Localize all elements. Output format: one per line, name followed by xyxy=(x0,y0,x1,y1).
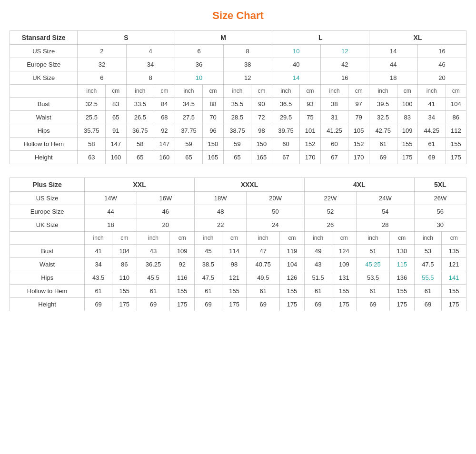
waist-2: 26.5 xyxy=(126,111,154,124)
hips-1: 91 xyxy=(106,124,126,138)
plus-us-0: 14W xyxy=(85,192,137,205)
plus-hips-11: 136 xyxy=(389,271,414,285)
l-header: L xyxy=(272,31,369,45)
waist-1: 65 xyxy=(106,111,126,124)
plus-waist-row: Waist 34 86 36.25 92 38.5 98 40.75 104 4… xyxy=(10,258,466,271)
unit-14: inch xyxy=(417,85,446,98)
us-m2: 8 xyxy=(223,45,272,58)
us-xl1: 14 xyxy=(369,45,417,58)
plus-bust-12: 53 xyxy=(414,245,442,258)
height-10: 67 xyxy=(320,151,348,164)
height-13: 175 xyxy=(397,151,417,164)
unit-3: cm xyxy=(154,85,175,98)
plus-uk-0: 18 xyxy=(85,218,137,232)
plus-height-8: 69 xyxy=(304,298,332,311)
plus-waist-12: 47.5 xyxy=(414,258,442,271)
plus-uk-label: UK Size xyxy=(10,218,85,232)
plus-us-2: 18W xyxy=(195,192,247,205)
uk-m1: 10 xyxy=(175,71,223,85)
plus-hollow-10: 61 xyxy=(357,285,390,298)
hips-6: 38.75 xyxy=(223,124,251,138)
plus-bust-6: 47 xyxy=(247,245,280,258)
plus-uk-5: 28 xyxy=(357,218,414,232)
plus-bust-10: 51 xyxy=(357,245,390,258)
bust-12: 39.5 xyxy=(369,98,397,111)
plus-height-10: 69 xyxy=(357,298,390,311)
plus-hollow-8: 61 xyxy=(304,285,332,298)
plus-hips-1: 110 xyxy=(112,271,137,285)
uk-m2: 12 xyxy=(223,71,272,85)
plus-height-1: 175 xyxy=(112,298,137,311)
plus-bust-label: Bust xyxy=(10,245,85,258)
hollow-14: 61 xyxy=(417,138,446,151)
bust-9: 93 xyxy=(300,98,320,111)
plus-hips-9: 131 xyxy=(332,271,357,285)
plus-hips-2: 45.5 xyxy=(137,271,170,285)
plus-us-size-row: US Size 14W 16W 18W 20W 22W 24W 26W xyxy=(10,192,466,205)
bust-13: 100 xyxy=(397,98,417,111)
uk-xl1: 18 xyxy=(369,71,417,85)
hollow-6: 59 xyxy=(223,138,251,151)
unit-1: cm xyxy=(106,85,126,98)
hollow-1: 147 xyxy=(106,138,126,151)
plus-waist-6: 40.75 xyxy=(247,258,280,271)
plus-waist-7: 104 xyxy=(280,258,305,271)
hips-9: 101 xyxy=(300,124,320,138)
hollow-4: 59 xyxy=(175,138,203,151)
plus-waist-13: 121 xyxy=(442,258,466,271)
plus-eu-5: 54 xyxy=(357,205,414,218)
plus-bust-9: 124 xyxy=(332,245,357,258)
plus-height-7: 175 xyxy=(280,298,305,311)
plus-hips-6: 49.5 xyxy=(247,271,280,285)
plus-hips-13: 141 xyxy=(442,271,466,285)
height-11: 170 xyxy=(348,151,369,164)
s-header: S xyxy=(78,31,175,45)
waist-7: 72 xyxy=(251,111,272,124)
plus-unit-1: cm xyxy=(112,232,137,245)
waist-11: 79 xyxy=(348,111,369,124)
plus-unit-5: cm xyxy=(222,232,247,245)
hips-0: 35.75 xyxy=(78,124,106,138)
unit-4: inch xyxy=(175,85,203,98)
us-l2: 12 xyxy=(320,45,369,58)
unit-15: cm xyxy=(446,85,466,98)
unit-13: cm xyxy=(397,85,417,98)
plus-eu-3: 50 xyxy=(247,205,304,218)
plus-waist-9: 109 xyxy=(332,258,357,271)
plus-height-5: 175 xyxy=(222,298,247,311)
height-7: 165 xyxy=(251,151,272,164)
plus-hollow-2: 61 xyxy=(137,285,170,298)
bust-4: 34.5 xyxy=(175,98,203,111)
waist-label: Waist xyxy=(10,111,78,124)
plus-waist-4: 38.5 xyxy=(195,258,222,271)
plus-hollow-9: 155 xyxy=(332,285,357,298)
us-s1: 2 xyxy=(78,45,126,58)
plus-us-6: 26W xyxy=(414,192,466,205)
plus-eu-6: 56 xyxy=(414,205,466,218)
height-2: 65 xyxy=(126,151,154,164)
bust-0: 32.5 xyxy=(78,98,106,111)
hollow-15: 155 xyxy=(446,138,466,151)
unit-label-empty xyxy=(10,85,78,98)
waist-3: 68 xyxy=(154,111,175,124)
plus-bust-7: 119 xyxy=(280,245,305,258)
us-s2: 4 xyxy=(126,45,175,58)
plus-unit-0: inch xyxy=(85,232,112,245)
plus-hollow-4: 61 xyxy=(195,285,222,298)
hollow-3: 147 xyxy=(154,138,175,151)
bust-11: 97 xyxy=(348,98,369,111)
waist-13: 83 xyxy=(397,111,417,124)
waist-9: 75 xyxy=(300,111,320,124)
unit-6: inch xyxy=(223,85,251,98)
plus-hollow-5: 155 xyxy=(222,285,247,298)
plus-hollow-3: 155 xyxy=(170,285,195,298)
plus-unit-4: inch xyxy=(195,232,222,245)
hips-3: 92 xyxy=(154,124,175,138)
hollow-5: 150 xyxy=(203,138,223,151)
unit-0: inch xyxy=(78,85,106,98)
plus-height-2: 69 xyxy=(137,298,170,311)
plus-uk-size-row: UK Size 18 20 22 24 26 28 30 xyxy=(10,218,466,232)
hips-11: 105 xyxy=(348,124,369,138)
plus-us-1: 16W xyxy=(137,192,194,205)
plus-us-5: 24W xyxy=(357,192,414,205)
